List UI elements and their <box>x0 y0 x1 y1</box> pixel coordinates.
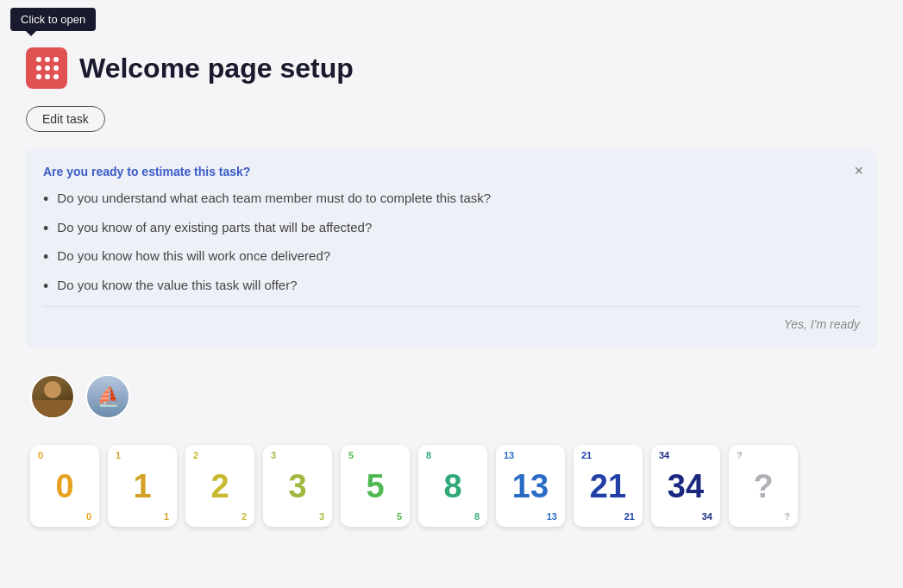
card-value: 8 <box>443 470 461 503</box>
card-top-label: 34 <box>659 450 669 460</box>
card-value: 13 <box>512 470 549 503</box>
avatars-row: ⛵ <box>26 374 877 419</box>
card-bottom-label: ? <box>784 511 790 522</box>
yes-im-ready-button[interactable]: Yes, I'm ready <box>784 317 860 331</box>
card-bottom-label: 34 <box>702 511 712 522</box>
edit-task-button[interactable]: Edit task <box>26 106 105 132</box>
app-icon-dot <box>45 66 50 71</box>
card-value: 1 <box>133 470 151 503</box>
card-top-label: 1 <box>116 450 121 460</box>
card-bottom-label: 5 <box>397 511 402 522</box>
card-value: 5 <box>366 470 384 503</box>
app-icon-dot <box>53 57 59 62</box>
card-bottom-label: 1 <box>164 511 169 522</box>
card-question[interactable]: ? ? ? <box>729 445 798 527</box>
app-icon-dot <box>45 74 50 79</box>
card-value: 21 <box>590 470 626 503</box>
checklist-item: Do you know the value this task will off… <box>43 278 860 297</box>
page-header: Welcome page setup <box>26 47 877 89</box>
card-top-label: 2 <box>193 450 198 460</box>
avatar-ship: ⛵ <box>85 374 130 419</box>
card-3[interactable]: 3 3 3 <box>263 445 332 527</box>
close-banner-button[interactable]: × <box>854 163 863 178</box>
card-bottom-label: 2 <box>241 511 247 522</box>
card-bottom-label: 8 <box>474 511 480 522</box>
card-2[interactable]: 2 2 2 <box>185 445 254 527</box>
card-34[interactable]: 34 34 34 <box>651 445 720 527</box>
card-value: 0 <box>55 470 73 503</box>
card-top-label: 8 <box>426 450 431 460</box>
app-icon-dot <box>36 74 41 79</box>
card-bottom-label: 13 <box>547 511 557 522</box>
card-13[interactable]: 13 13 13 <box>496 445 565 527</box>
page-title: Welcome page setup <box>79 53 354 84</box>
readiness-banner: Are you ready to estimate this task? × D… <box>26 149 877 348</box>
avatar-person <box>30 374 75 419</box>
card-top-label: 0 <box>38 450 43 460</box>
app-icon-dot <box>45 57 50 62</box>
card-top-label: 5 <box>348 450 354 460</box>
checklist-item: Do you know how this will work once deli… <box>43 248 860 267</box>
card-top-label: ? <box>737 450 743 460</box>
card-8[interactable]: 8 8 8 <box>418 445 487 527</box>
app-icon <box>26 47 67 89</box>
card-bottom-label: 0 <box>86 511 91 522</box>
card-value: 34 <box>668 470 704 503</box>
card-value: 3 <box>288 470 306 503</box>
app-icon-dots <box>36 57 57 79</box>
checklist-item: Do you understand what each team member … <box>43 191 860 210</box>
card-top-label: 13 <box>504 450 514 460</box>
app-icon-dot <box>36 66 41 71</box>
avatar-ship-image: ⛵ <box>87 374 129 419</box>
click-to-open-tooltip: Click to open <box>10 8 96 31</box>
readiness-question: Are you ready to estimate this task? <box>43 165 860 178</box>
app-icon-dot <box>36 57 41 62</box>
readiness-footer: Yes, I'm ready <box>43 306 860 331</box>
card-value: 2 <box>210 470 229 503</box>
checklist: Do you understand what each team member … <box>43 191 860 296</box>
card-bottom-label: 21 <box>624 511 635 522</box>
avatar-person-image <box>32 374 73 419</box>
main-content: Welcome page setup Edit task Are you rea… <box>0 0 903 553</box>
app-icon-dot <box>53 66 59 71</box>
app-icon-dot <box>53 74 59 79</box>
card-21[interactable]: 21 21 21 <box>574 445 643 527</box>
card-top-label: 21 <box>581 450 592 460</box>
card-0[interactable]: 0 0 0 <box>30 445 99 527</box>
card-value: ? <box>753 470 773 503</box>
card-5[interactable]: 5 5 5 <box>341 445 410 527</box>
card-1[interactable]: 1 1 1 <box>108 445 177 527</box>
checklist-item: Do you know of any existing parts that w… <box>43 220 860 239</box>
card-top-label: 3 <box>271 450 276 460</box>
cards-row: 0 0 0 1 1 1 2 2 2 3 3 3 5 5 5 8 8 8 <box>26 445 877 527</box>
card-bottom-label: 3 <box>319 511 324 522</box>
